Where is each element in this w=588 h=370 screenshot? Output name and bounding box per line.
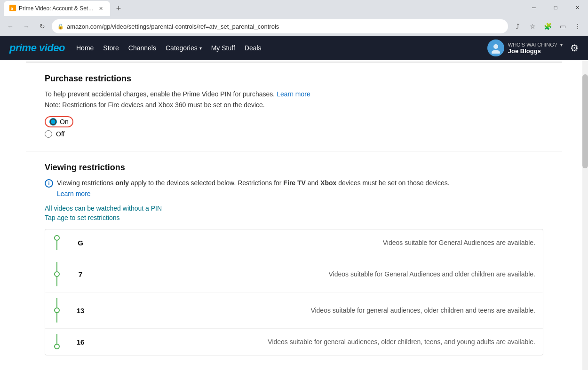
prime-video-logo[interactable]: prime video bbox=[9, 42, 65, 54]
rating-table: G Videos suitable for General Audiences … bbox=[45, 229, 543, 355]
nav-store[interactable]: Store bbox=[103, 44, 119, 52]
whos-watching-button[interactable]: WHO'S WATCHING? ▾ Joe Bloggs bbox=[487, 39, 563, 56]
refresh-button[interactable]: ↻ bbox=[36, 20, 49, 33]
rating-label-g: G bbox=[69, 239, 92, 247]
radio-on-option[interactable]: On bbox=[45, 116, 543, 127]
rating-row-13[interactable]: 13 Videos suitable for general audiences… bbox=[45, 292, 543, 329]
share-button[interactable]: ⤴ bbox=[511, 20, 524, 33]
radio-on-container: On bbox=[45, 116, 73, 127]
active-tab[interactable]: a Prime Video: Account & Settings ✕ bbox=[4, 1, 110, 16]
rating-indicator-7 bbox=[45, 256, 69, 292]
url-text: amazon.com/gp/video/settings/parental-co… bbox=[67, 23, 279, 30]
rating-line-g bbox=[56, 241, 57, 250]
sidebar-button[interactable]: ▭ bbox=[556, 20, 569, 33]
whos-watching-label: WHO'S WATCHING? ▾ bbox=[508, 42, 563, 47]
nav-categories[interactable]: Categories ▾ bbox=[166, 44, 202, 52]
viewing-info-box: i Viewing restrictions only apply to the… bbox=[45, 178, 543, 199]
rating-dot-13 bbox=[54, 307, 60, 313]
rating-desc-16: Videos suitable for general audiences, o… bbox=[92, 338, 543, 346]
bookmark-button[interactable]: ☆ bbox=[526, 20, 539, 33]
nav-home[interactable]: Home bbox=[76, 44, 94, 52]
purchase-restrictions-desc: To help prevent accidental charges, enab… bbox=[45, 89, 543, 99]
radio-on-label: On bbox=[60, 118, 69, 126]
back-button[interactable]: ← bbox=[4, 20, 17, 33]
url-bar[interactable]: 🔒 amazon.com/gp/video/settings/parental-… bbox=[52, 19, 508, 33]
rating-indicator-13 bbox=[45, 292, 69, 328]
header-right: WHO'S WATCHING? ▾ Joe Bloggs ⚙ bbox=[487, 39, 579, 56]
rating-line-bottom-13 bbox=[56, 313, 57, 323]
avatar bbox=[487, 39, 504, 56]
purchase-restrictions-note: Note: Restrictions for Fire devices and … bbox=[45, 101, 543, 109]
viewing-tap-age-text: Tap age to set restrictions bbox=[45, 214, 543, 221]
nav-deals[interactable]: Deals bbox=[245, 44, 262, 52]
viewing-restrictions-title: Viewing restrictions bbox=[45, 163, 543, 173]
purchase-radio-group: On Off bbox=[45, 116, 543, 138]
rating-line-top-16 bbox=[56, 334, 57, 344]
chevron-down-icon-header: ▾ bbox=[560, 42, 563, 47]
browser-chrome: a Prime Video: Account & Settings ✕ + ─ … bbox=[0, 0, 588, 36]
scrollbar-thumb[interactable] bbox=[582, 74, 588, 168]
minimize-button[interactable]: ─ bbox=[523, 0, 545, 15]
svg-text:a: a bbox=[11, 6, 13, 10]
extensions-button[interactable]: 🧩 bbox=[541, 20, 554, 33]
main-nav: Home Store Channels Categories ▾ My Stuf… bbox=[76, 44, 262, 52]
info-icon: i bbox=[45, 179, 53, 188]
radio-off-input[interactable] bbox=[45, 130, 52, 138]
rating-label-16: 16 bbox=[69, 338, 92, 346]
menu-button[interactable]: ⋮ bbox=[571, 20, 584, 33]
rating-desc-13: Videos suitable for general audiences, o… bbox=[92, 307, 543, 314]
svg-point-2 bbox=[493, 44, 498, 49]
viewing-info-text: Viewing restrictions only apply to the d… bbox=[57, 178, 450, 199]
tab-close-button[interactable]: ✕ bbox=[97, 5, 104, 12]
purchase-restrictions-title: Purchase restrictions bbox=[45, 74, 543, 84]
content-area: Purchase restrictions To help prevent ac… bbox=[0, 60, 588, 370]
chevron-down-icon: ▾ bbox=[199, 46, 202, 51]
viewing-all-pin-text: All videos can be watched without a PIN bbox=[45, 205, 543, 212]
scrollbar-track bbox=[582, 60, 588, 370]
username: Joe Bloggs bbox=[508, 47, 563, 55]
forward-button[interactable]: → bbox=[20, 20, 33, 33]
video-text: video bbox=[39, 42, 65, 54]
tab-title: Prime Video: Account & Settings bbox=[19, 5, 94, 12]
viewing-learn-more-link[interactable]: Learn more bbox=[57, 189, 450, 199]
rating-dot-16 bbox=[54, 344, 60, 349]
rating-row-7[interactable]: 7 Videos suitable for General Audiences … bbox=[45, 256, 543, 292]
rating-indicator-g bbox=[45, 229, 69, 256]
new-tab-button[interactable]: + bbox=[112, 2, 125, 15]
radio-off-label: Off bbox=[56, 130, 64, 138]
amazon-header: prime video Home Store Channels Categori… bbox=[0, 36, 588, 60]
maximize-button[interactable]: □ bbox=[545, 0, 566, 15]
lock-icon: 🔒 bbox=[57, 24, 64, 30]
svg-point-3 bbox=[492, 50, 500, 54]
rating-row-g[interactable]: G Videos suitable for General Audiences … bbox=[45, 229, 543, 256]
close-button[interactable]: ✕ bbox=[566, 0, 588, 15]
rating-row-16[interactable]: 16 Videos suitable for general audiences… bbox=[45, 329, 543, 355]
purchase-learn-more-link[interactable]: Learn more bbox=[277, 90, 310, 98]
rating-line-top-13 bbox=[56, 298, 57, 307]
rating-line-top-7 bbox=[56, 262, 57, 271]
window-controls: ─ □ ✕ bbox=[523, 0, 588, 15]
whos-watching-text: WHO'S WATCHING? ▾ Joe Bloggs bbox=[508, 42, 563, 55]
tab-favicon: a bbox=[9, 5, 16, 13]
content-inner: Purchase restrictions To help prevent ac… bbox=[26, 60, 562, 355]
radio-off-option[interactable]: Off bbox=[45, 130, 543, 138]
rating-label-7: 7 bbox=[69, 270, 92, 278]
radio-on-input[interactable] bbox=[49, 118, 57, 126]
nav-mystuff[interactable]: My Stuff bbox=[211, 44, 235, 52]
rating-line-bottom-7 bbox=[56, 277, 57, 286]
page-wrapper: prime video Home Store Channels Categori… bbox=[0, 36, 588, 370]
rating-dot-g bbox=[54, 235, 60, 241]
rating-indicator-16 bbox=[45, 329, 69, 355]
purchase-restrictions-section: Purchase restrictions To help prevent ac… bbox=[26, 63, 562, 151]
viewing-restrictions-section: Viewing restrictions i Viewing restricti… bbox=[26, 151, 562, 355]
nav-channels[interactable]: Channels bbox=[128, 44, 156, 52]
browser-actions: ⤴ ☆ 🧩 ▭ ⋮ bbox=[511, 20, 584, 33]
rating-label-13: 13 bbox=[69, 307, 92, 315]
rating-desc-7: Videos suitable for General Audiences an… bbox=[92, 270, 543, 278]
settings-button[interactable]: ⚙ bbox=[570, 42, 579, 54]
rating-desc-g: Videos suitable for General Audiences ar… bbox=[92, 239, 543, 246]
rating-dot-7 bbox=[54, 271, 60, 277]
prime-text: prime bbox=[9, 42, 39, 54]
address-bar-row: ← → ↻ 🔒 amazon.com/gp/video/settings/par… bbox=[0, 17, 588, 36]
